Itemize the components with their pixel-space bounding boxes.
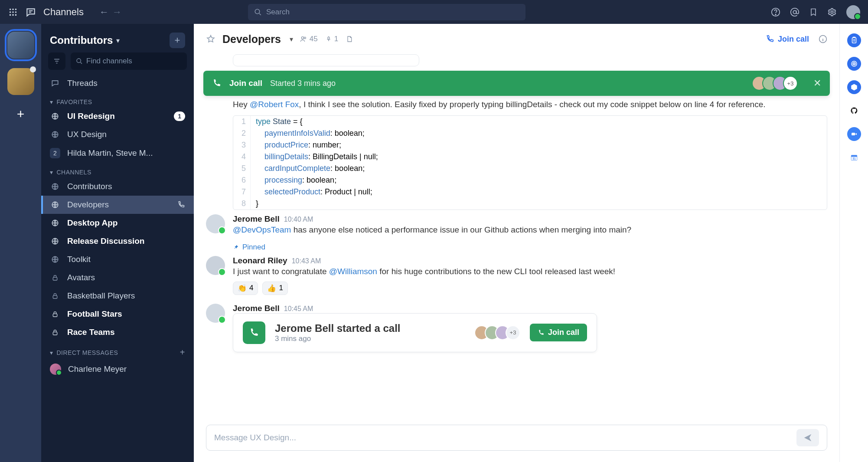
workspace-2[interactable] xyxy=(7,68,34,95)
svg-point-7 xyxy=(12,14,14,16)
chevron-down-icon[interactable]: ▾ xyxy=(290,35,293,43)
section-dms[interactable]: ▾DIRECT MESSAGES + xyxy=(41,341,194,359)
send-button[interactable] xyxy=(796,429,819,446)
lock-icon xyxy=(50,328,60,336)
composer-input[interactable] xyxy=(214,433,796,442)
clipboard-icon[interactable] xyxy=(847,33,861,47)
channel-name[interactable]: Developers xyxy=(222,33,281,46)
mention[interactable]: @DevOpsTeam xyxy=(233,225,291,234)
server-column: + xyxy=(0,24,41,462)
mention[interactable]: @Williamson xyxy=(329,267,377,276)
call-active-icon xyxy=(177,201,185,209)
dm-avatar xyxy=(50,364,61,375)
pinned-count[interactable]: 1 xyxy=(326,35,338,43)
svg-point-5 xyxy=(15,11,17,13)
box-icon[interactable] xyxy=(847,80,861,94)
mention[interactable]: @Robert Fox xyxy=(250,100,299,109)
chevron-down-icon[interactable]: ▾ xyxy=(116,36,120,45)
add-workspace-button[interactable]: + xyxy=(11,105,30,124)
join-call-button[interactable]: Join call xyxy=(530,324,587,341)
channels-icon[interactable] xyxy=(25,7,36,18)
message-author[interactable]: Jerome Bell xyxy=(233,214,280,224)
avatar[interactable] xyxy=(206,256,225,275)
dm-charlene[interactable]: Charlene Meyer xyxy=(41,359,194,379)
message-author[interactable]: Jerome Bell xyxy=(233,304,280,313)
members-icon xyxy=(300,36,307,43)
add-dm-icon[interactable]: + xyxy=(180,347,185,357)
sidebar-item-label: Hilda Martin, Steve M... xyxy=(67,148,153,158)
reaction[interactable]: 👏4 xyxy=(233,282,258,295)
sidebar-item-race[interactable]: Race Teams xyxy=(41,323,194,341)
call-title: Jerome Bell started a call xyxy=(275,322,400,334)
unread-badge: 1 xyxy=(174,111,185,121)
workspace-name[interactable]: Contributors xyxy=(50,34,113,46)
section-favorites[interactable]: ▾FAVORITES xyxy=(41,92,194,107)
svg-rect-33 xyxy=(852,133,855,135)
settings-icon[interactable] xyxy=(827,7,837,17)
file-icon[interactable] xyxy=(346,35,353,43)
sidebar-item-basketball[interactable]: Basketball Players xyxy=(41,287,194,305)
call-banner-sub: Started 3 mins ago xyxy=(270,79,336,88)
create-channel-button[interactable]: + xyxy=(170,33,185,48)
calendar-icon[interactable]: 31 xyxy=(847,151,861,164)
bookmark-icon[interactable] xyxy=(809,7,818,17)
apps-icon[interactable] xyxy=(8,7,18,17)
globe-icon xyxy=(50,112,60,120)
close-icon[interactable]: ✕ xyxy=(813,78,821,89)
sidebar-item-avatars[interactable]: Avatars xyxy=(41,269,194,287)
avatar[interactable] xyxy=(206,304,225,323)
section-channels[interactable]: ▾CHANNELS xyxy=(41,163,194,177)
find-channels-input[interactable] xyxy=(86,57,182,66)
send-icon xyxy=(803,433,813,442)
phone-icon xyxy=(243,321,265,344)
sidebar-item-desktop-app[interactable]: Desktop App xyxy=(41,214,194,232)
github-icon[interactable] xyxy=(847,104,861,118)
star-icon[interactable] xyxy=(206,34,215,44)
global-search[interactable] xyxy=(248,4,525,20)
call-avatars: +3 xyxy=(479,325,520,340)
svg-point-1 xyxy=(12,8,14,10)
sidebar-item-developers[interactable]: Developers xyxy=(41,196,194,214)
call-banner[interactable]: Join call Started 3 mins ago +3 ✕ xyxy=(203,71,830,96)
sidebar-item-ui-redesign[interactable]: UI Redesign 1 xyxy=(41,107,194,125)
info-icon[interactable] xyxy=(819,35,827,43)
svg-point-11 xyxy=(775,14,776,15)
avatar[interactable] xyxy=(206,214,225,233)
svg-point-32 xyxy=(854,63,855,64)
user-avatar[interactable] xyxy=(846,5,860,19)
prev-attachment xyxy=(233,54,419,66)
search-input[interactable] xyxy=(266,8,519,16)
sidebar-item-group-dm[interactable]: 2 Hilda Martin, Steve M... xyxy=(41,144,194,163)
search-icon xyxy=(254,8,262,16)
message-composer[interactable] xyxy=(206,425,827,451)
sidebar-item-label: Desktop App xyxy=(67,218,117,228)
mentions-icon[interactable] xyxy=(790,7,799,17)
filter-button[interactable] xyxy=(48,52,65,70)
sidebar-item-label: UI Redesign xyxy=(67,111,115,121)
members-count[interactable]: 45 xyxy=(300,35,318,43)
sidebar-item-ux-design[interactable]: UX Design xyxy=(41,125,194,144)
nav-back-icon[interactable]: ← xyxy=(99,7,109,18)
target-icon[interactable] xyxy=(847,57,861,71)
lock-icon xyxy=(50,292,60,300)
sidebar-item-football[interactable]: Football Stars xyxy=(41,305,194,323)
find-channels-box[interactable] xyxy=(71,52,187,70)
main-area: Developers ▾ 45 1 Join call Join cal xyxy=(194,24,839,462)
reactions: 👏4 👍1 xyxy=(233,282,827,295)
member-count-badge: 2 xyxy=(50,148,60,158)
sidebar-item-release[interactable]: Release Discussion xyxy=(41,232,194,250)
sidebar-item-toolkit[interactable]: Toolkit xyxy=(41,250,194,269)
threads-item[interactable]: Threads xyxy=(41,74,194,92)
message-author[interactable]: Leonard Riley xyxy=(233,256,287,265)
join-call-link[interactable]: Join call xyxy=(766,35,809,44)
workspace-1[interactable] xyxy=(7,32,34,59)
help-icon[interactable] xyxy=(771,7,780,17)
pinned-indicator[interactable]: Pinned xyxy=(233,243,827,252)
svg-point-27 xyxy=(304,37,306,39)
app-title: Channels xyxy=(43,7,84,18)
pin-icon xyxy=(233,244,239,250)
nav-forward-icon[interactable]: → xyxy=(112,7,122,18)
sidebar-item-contributors[interactable]: Contributors xyxy=(41,177,194,196)
reaction[interactable]: 👍1 xyxy=(262,282,287,295)
zoom-icon[interactable] xyxy=(847,127,861,141)
